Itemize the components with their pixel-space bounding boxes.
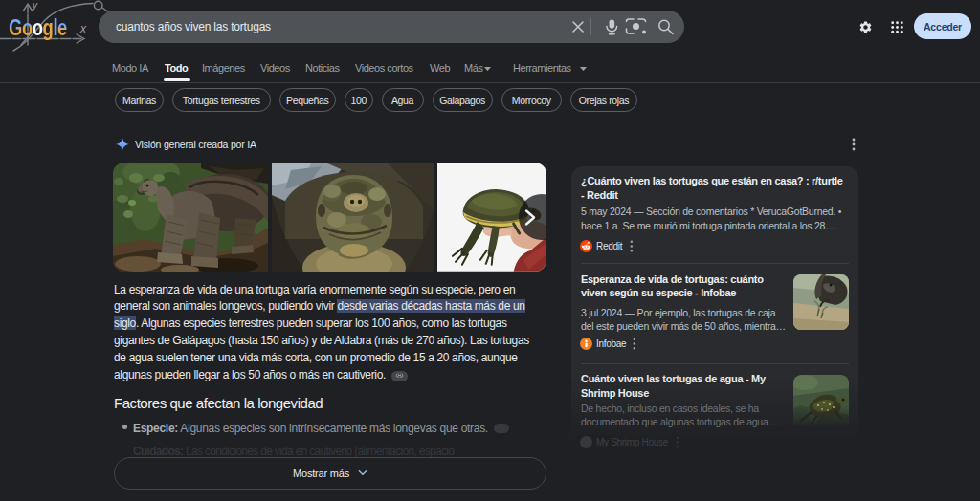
- svg-text:y: y: [32, 0, 38, 11]
- svg-text:x: x: [79, 22, 87, 35]
